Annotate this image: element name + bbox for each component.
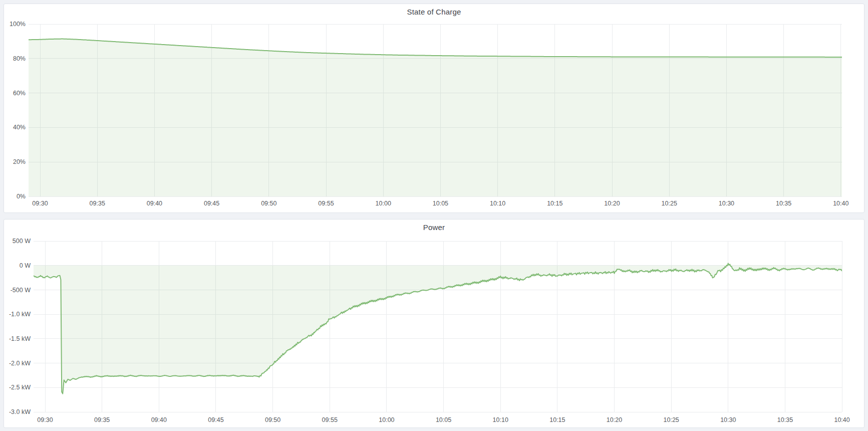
- soc-y-axis-tick-label: 0%: [4, 192, 26, 200]
- soc-x-axis-tick-label: 09:30: [24, 199, 56, 207]
- soc-x-axis-tick-label: 09:50: [253, 199, 285, 207]
- soc-x-axis-tick-label: 09:45: [196, 199, 228, 207]
- soc-x-axis-tick-label: 10:10: [482, 199, 514, 207]
- power-y-axis-tick-label: -1.5 kW: [4, 335, 31, 343]
- soc-chart[interactable]: 100%80%60%40%20%0%09:3009:3509:4009:4509…: [4, 4, 864, 212]
- soc-x-axis-tick-label: 10:35: [768, 199, 800, 207]
- soc-y-axis-tick-label: 60%: [4, 89, 26, 97]
- power-x-axis-tick-label: 10:15: [541, 416, 573, 424]
- power-x-axis-tick-label: 10:10: [484, 416, 516, 424]
- power-x-axis-tick-label: 09:50: [257, 416, 289, 424]
- soc-chart-svg[interactable]: [4, 4, 864, 212]
- panel-power: Power 500 W0 W-500 W-1.0 kW-1.5 kW-2.0 k…: [4, 219, 864, 428]
- soc-y-axis-tick-label: 40%: [4, 123, 26, 131]
- power-x-axis-tick-label: 09:45: [200, 416, 232, 424]
- soc-x-axis-tick-label: 10:25: [653, 199, 685, 207]
- soc-y-axis-tick-label: 20%: [4, 158, 26, 166]
- power-chart-svg[interactable]: [4, 220, 864, 427]
- soc-x-axis-tick-label: 09:40: [138, 199, 170, 207]
- power-y-axis-tick-label: -1.0 kW: [4, 310, 31, 318]
- power-y-axis-tick-label: 500 W: [4, 237, 31, 245]
- soc-x-axis-tick-label: 10:20: [596, 199, 628, 207]
- power-x-axis-tick-label: 10:20: [599, 416, 631, 424]
- power-y-axis-tick-label: -500 W: [4, 286, 31, 294]
- power-x-axis-tick-label: 09:30: [29, 416, 61, 424]
- power-y-axis-tick-label: 0 W: [4, 262, 31, 270]
- power-x-axis-tick-label: 10:35: [769, 416, 801, 424]
- power-y-axis-tick-label: -3.0 kW: [4, 408, 31, 416]
- soc-x-axis-tick-label: 10:15: [539, 199, 571, 207]
- power-series-area: [33, 263, 845, 393]
- power-x-axis-tick-label: 09:35: [86, 416, 118, 424]
- power-x-axis-tick-label: 09:55: [314, 416, 346, 424]
- power-x-axis-tick-label: 10:40: [826, 416, 858, 424]
- power-x-axis-tick-label: 10:25: [655, 416, 687, 424]
- power-x-axis-tick-label: 09:40: [143, 416, 175, 424]
- soc-y-axis-tick-label: 100%: [4, 20, 26, 28]
- power-y-axis-tick-label: -2.0 kW: [4, 359, 31, 367]
- soc-x-axis-tick-label: 10:05: [424, 199, 456, 207]
- soc-series-area: [28, 39, 844, 196]
- power-x-axis-tick-label: 10:00: [371, 416, 403, 424]
- power-chart[interactable]: 500 W0 W-500 W-1.0 kW-1.5 kW-2.0 kW-2.5 …: [4, 220, 864, 427]
- power-x-axis-tick-label: 10:30: [712, 416, 744, 424]
- power-x-axis-tick-label: 10:05: [428, 416, 460, 424]
- soc-x-axis-tick-label: 10:00: [367, 199, 399, 207]
- soc-x-axis-tick-label: 09:35: [81, 199, 113, 207]
- panel-state-of-charge: State of Charge 100%80%60%40%20%0%09:300…: [4, 4, 864, 213]
- power-y-axis-tick-label: -2.5 kW: [4, 383, 31, 391]
- soc-x-axis-tick-label: 10:30: [710, 199, 742, 207]
- soc-x-axis-tick-label: 09:55: [310, 199, 342, 207]
- soc-x-axis-tick-label: 10:40: [825, 199, 857, 207]
- soc-y-axis-tick-label: 80%: [4, 55, 26, 63]
